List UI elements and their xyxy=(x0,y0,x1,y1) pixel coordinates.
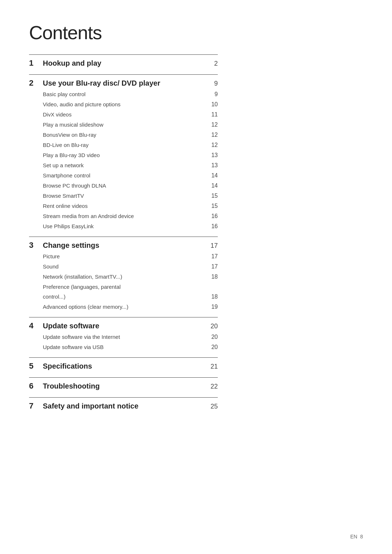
toc-item-page: 17 xyxy=(209,253,218,260)
section-page-4: 20 xyxy=(209,323,218,330)
toc-item: Video, audio and picture options10 xyxy=(29,99,218,110)
section-label-1[interactable]: Hookup and play xyxy=(43,59,101,67)
toc-item-page: 12 xyxy=(209,142,218,148)
toc-item-label: Stream media from an Android device xyxy=(29,213,134,219)
section-label-6[interactable]: Troubleshooting xyxy=(43,382,100,390)
toc-item: Sound17 xyxy=(29,262,218,272)
toc-item-label: Rent online videos xyxy=(29,203,87,209)
toc-item: Preference (languages, parental xyxy=(29,282,218,292)
toc-item-page: 15 xyxy=(209,203,218,209)
toc-item-label: Use Philips EasyLink xyxy=(29,223,94,229)
toc-item-label: Network (installation, SmartTV...) xyxy=(29,274,122,280)
toc-item-label: Picture xyxy=(29,253,60,259)
toc-item-label: Video, audio and picture options xyxy=(29,101,121,107)
toc-item-label: Play a Blu-ray 3D video xyxy=(29,152,100,158)
section-page-2: 9 xyxy=(209,80,218,87)
toc-item: Update software via the Internet20 xyxy=(29,332,218,342)
toc-item-page: 18 xyxy=(209,274,218,280)
section-label-2[interactable]: Use your Blu-ray disc/ DVD player xyxy=(43,79,160,87)
toc-item-label: Advanced options (clear memory...) xyxy=(29,304,128,310)
section-number-2: 2 xyxy=(29,78,36,88)
section-number-4: 4 xyxy=(29,321,36,331)
footer-lang: EN xyxy=(350,534,357,539)
toc-item-label: Browse PC through DLNA xyxy=(29,182,106,189)
section-number-6: 6 xyxy=(29,381,36,391)
toc-item-page: 12 xyxy=(209,132,218,138)
toc-item: BonusView on Blu-ray12 xyxy=(29,130,218,140)
toc-section-4: 4Update software20 xyxy=(29,317,218,332)
toc-container: 1Hookup and play22Use your Blu-ray disc/… xyxy=(29,54,218,417)
toc-item-page: 11 xyxy=(209,111,218,118)
toc-item: Smartphone control14 xyxy=(29,171,218,181)
toc-section-1: 1Hookup and play2 xyxy=(29,55,218,69)
section-page-6: 22 xyxy=(209,383,218,390)
section-page-5: 21 xyxy=(209,363,218,370)
toc-item-page: 14 xyxy=(209,182,218,189)
toc-item-page: 16 xyxy=(209,223,218,230)
toc-section-2: 2Use your Blu-ray disc/ DVD player9 xyxy=(29,75,218,89)
toc-item: Stream media from an Android device16 xyxy=(29,211,218,221)
toc-item: Network (installation, SmartTV...)18 xyxy=(29,272,218,282)
toc-item: BD-Live on Blu-ray12 xyxy=(29,140,218,150)
toc-item-page: 15 xyxy=(209,193,218,199)
toc-item-page: 17 xyxy=(209,263,218,270)
toc-section-3: 3Change settings17 xyxy=(29,237,218,251)
toc-item-page: 19 xyxy=(209,304,218,310)
page-title: Contents xyxy=(29,22,363,44)
toc-item-page: 16 xyxy=(209,213,218,219)
toc-item-page: 9 xyxy=(209,91,218,98)
toc-item-page: 20 xyxy=(209,334,218,340)
toc-item-label: Set up a network xyxy=(29,162,84,168)
toc-section-6: 6Troubleshooting22 xyxy=(29,378,218,392)
toc-item: Play a Blu-ray 3D video13 xyxy=(29,150,218,160)
toc-item-page: 13 xyxy=(209,162,218,169)
toc-item-page: 10 xyxy=(209,101,218,108)
toc-item: Set up a network13 xyxy=(29,160,218,171)
section-number-1: 1 xyxy=(29,58,36,68)
section-number-5: 5 xyxy=(29,361,36,371)
toc-item-label: Sound xyxy=(29,263,58,270)
toc-item: Browse SmartTV15 xyxy=(29,191,218,201)
section-label-3[interactable]: Change settings xyxy=(43,241,99,250)
toc-item-page: 20 xyxy=(209,344,218,350)
toc-item: Advanced options (clear memory...)19 xyxy=(29,302,218,312)
section-number-3: 3 xyxy=(29,241,36,250)
toc-item-label: Preference (languages, parental xyxy=(29,284,121,290)
toc-section-5: 5Specifications21 xyxy=(29,358,218,372)
toc-item: control...)18 xyxy=(29,292,218,302)
section-page-1: 2 xyxy=(209,60,218,67)
footer-page: 8 xyxy=(360,534,363,539)
toc-item-label: DivX videos xyxy=(29,111,72,118)
toc-item: Basic play control9 xyxy=(29,89,218,99)
toc-item-page: 13 xyxy=(209,152,218,159)
section-number-7: 7 xyxy=(29,401,36,411)
toc-item-label: Update software via the Internet xyxy=(29,334,120,340)
section-page-3: 17 xyxy=(209,242,218,250)
toc-item-label: Update software via USB xyxy=(29,344,104,350)
footer: EN 8 xyxy=(350,534,363,539)
toc-item-page: 18 xyxy=(209,294,218,300)
toc-item-label: Browse SmartTV xyxy=(29,193,84,199)
toc-item: Rent online videos15 xyxy=(29,201,218,211)
toc-item: Picture17 xyxy=(29,251,218,262)
toc-item-page: 12 xyxy=(209,122,218,128)
toc-item: Use Philips EasyLink16 xyxy=(29,221,218,231)
toc-item: Update software via USB20 xyxy=(29,342,218,352)
toc-item: Play a musical slideshow12 xyxy=(29,120,218,130)
toc-item: DivX videos11 xyxy=(29,110,218,120)
toc-item-label: BD-Live on Blu-ray xyxy=(29,142,89,148)
section-label-7[interactable]: Safety and important notice xyxy=(43,402,138,410)
toc-section-7: 7Safety and important notice25 xyxy=(29,398,218,412)
section-label-4[interactable]: Update software xyxy=(43,322,99,330)
section-label-5[interactable]: Specifications xyxy=(43,362,92,370)
toc-item-label: Smartphone control xyxy=(29,172,90,178)
toc-item-label: control...) xyxy=(29,294,66,300)
toc-item-page: 14 xyxy=(209,172,218,179)
toc-item-label: BonusView on Blu-ray xyxy=(29,132,96,138)
toc-item-label: Play a musical slideshow xyxy=(29,122,103,128)
toc-item-label: Basic play control xyxy=(29,91,86,97)
toc-item: Browse PC through DLNA14 xyxy=(29,181,218,191)
section-page-7: 25 xyxy=(209,403,218,410)
